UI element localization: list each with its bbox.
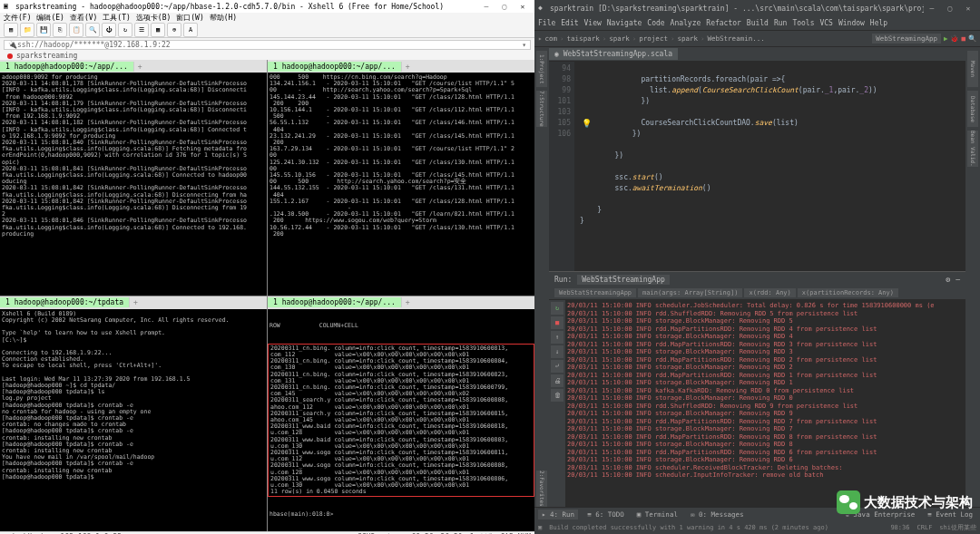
tab-session[interactable]: 1 hadoop@hadoop000:~/app/... <box>268 297 402 307</box>
stop-icon[interactable]: ■ <box>551 316 564 329</box>
terminal-output[interactable]: Xshell 6 (Build 0189) Copyright (c) 2002… <box>0 309 267 532</box>
font-icon[interactable]: A <box>183 23 198 37</box>
frame-tab[interactable]: WebStatStreamingApp <box>554 288 636 297</box>
search-all-icon[interactable]: 🔍 <box>968 34 976 43</box>
hbase-prompt[interactable]: hbase(main):018:0> <box>268 510 534 519</box>
frame-tab[interactable]: main(args: Array[String]) <box>638 288 742 297</box>
menu-run[interactable]: Run <box>774 19 787 27</box>
add-tab-icon[interactable]: + <box>134 63 146 71</box>
xshell-titlebar[interactable]: ▣ sparkstreaming - hadoop@hadoop000:~/ap… <box>0 0 534 13</box>
crumb-com[interactable]: com <box>545 34 558 43</box>
tab-session[interactable]: 1 hadoop@hadoop000:~/app/... <box>0 62 134 72</box>
menu-vcs[interactable]: VCS <box>819 19 832 27</box>
foot-messages[interactable]: ✉ 0: Messages <box>687 510 748 519</box>
open-icon[interactable]: 📁 <box>20 23 34 37</box>
menu-edit[interactable]: Edit <box>561 19 578 27</box>
down-icon[interactable]: ↓ <box>551 345 564 358</box>
menu-view[interactable]: View <box>584 19 602 27</box>
menu-view[interactable]: 查看(V) <box>70 13 97 23</box>
intention-bulb-icon[interactable]: 💡 <box>582 118 592 129</box>
status-charset[interactable]: shi使用某些 <box>939 523 976 532</box>
settings-icon[interactable]: ⚙ <box>946 276 950 284</box>
project-tool[interactable]: 1:Project <box>536 51 547 87</box>
status-icon[interactable]: ▣ <box>538 524 542 531</box>
menu-help[interactable]: 帮助(H) <box>210 13 237 23</box>
menu-window[interactable]: 窗口(W) <box>176 13 203 23</box>
copy-icon[interactable]: ⎘ <box>53 23 67 37</box>
menu-code[interactable]: Code <box>647 19 664 27</box>
hide-icon[interactable]: — <box>956 276 960 284</box>
stop-icon[interactable]: ■ <box>961 34 965 43</box>
bean-validation-tool[interactable]: Bean Valid. <box>967 131 978 167</box>
search-icon[interactable]: 🔍 <box>85 23 100 37</box>
menu-window[interactable]: Window <box>838 19 865 27</box>
debug-icon[interactable]: 🐞 <box>950 34 958 43</box>
print-icon[interactable]: 🖨 <box>551 374 564 387</box>
tab-session[interactable]: 1 hadoop@hadoop000:~/tpdata <box>0 297 130 307</box>
save-icon[interactable]: 💾 <box>36 23 51 37</box>
crumb-project[interactable]: project <box>639 34 668 43</box>
run-log[interactable]: 20/03/11 15:10:00 INFO scheduler.JobSche… <box>565 300 965 507</box>
editor-tab[interactable]: ◉ WebStatStreamingApp.scala <box>549 48 678 60</box>
add-tab-icon[interactable]: + <box>402 298 414 306</box>
foot-terminal[interactable]: ▣ Terminal <box>633 510 681 519</box>
hbase-header: ROW COLUMN+CELL <box>268 322 534 330</box>
add-tab-icon[interactable]: + <box>130 298 142 306</box>
close-button[interactable]: ✕ <box>960 2 976 15</box>
address-bar[interactable]: 🔌 ssh://hadoop/*******@192.168.1.9:22 ▾ <box>4 40 531 50</box>
favorites-tool[interactable]: 2:Favorites <box>536 471 547 507</box>
menu-tools[interactable]: Tools <box>792 19 814 27</box>
idea-titlebar[interactable]: ◆ sparktrain [D:\sparkstreaming\sparktra… <box>534 0 980 16</box>
new-icon[interactable]: ▤ <box>4 23 18 37</box>
menu-refactor[interactable]: Refactor <box>706 19 741 27</box>
minimize-button[interactable]: — <box>924 2 940 15</box>
status-pos[interactable]: 98:36 <box>890 524 909 531</box>
frame-tab[interactable]: x(partitionRecords: Any) <box>798 288 898 297</box>
menu-file[interactable]: 文件(F) <box>4 13 31 23</box>
terminal-output[interactable]: adoop000:9092 for producing 2020-03-11 1… <box>0 73 267 296</box>
disconnect-icon[interactable]: ⏻ <box>102 23 116 37</box>
database-tool[interactable]: Database <box>967 91 978 127</box>
menu-edit[interactable]: 编辑(E) <box>36 13 64 23</box>
structure-tool[interactable]: 7:Structure <box>536 91 547 127</box>
terminal-output[interactable]: ROW COLUMN+CELL 20200311_cn.bing. column… <box>268 309 534 532</box>
status-crlf[interactable]: CRLF <box>916 524 932 531</box>
paste-icon[interactable]: 📋 <box>69 23 83 37</box>
rerun-icon[interactable]: ↻ <box>551 302 564 315</box>
wrap-icon[interactable]: ⤶ <box>551 360 564 373</box>
up-icon[interactable]: ↑ <box>551 331 564 344</box>
code-editor[interactable]: 94 98 99 101 103 105 106 partitionRecord… <box>549 62 965 271</box>
close-button[interactable]: ✕ <box>514 0 531 13</box>
foot-todo[interactable]: ≡ 6: TODO <box>583 510 628 519</box>
menu-tabs[interactable]: 选项卡(B) <box>136 13 171 23</box>
menu-build[interactable]: Build <box>747 19 769 27</box>
crumb-taispark[interactable]: taispark <box>567 34 600 43</box>
terminal-output[interactable]: 000 500 https://cn.bing.com/search?q=Had… <box>268 73 534 296</box>
minimize-button[interactable]: — <box>478 0 495 13</box>
add-tab-icon[interactable]: + <box>402 63 414 71</box>
maximize-button[interactable]: ▢ <box>942 2 958 15</box>
run-icon[interactable]: ▶ <box>944 34 948 43</box>
crumb-spark2[interactable]: spark <box>677 34 698 43</box>
crumb-spark[interactable]: spark <box>609 34 630 43</box>
zoom-icon[interactable]: ⊕ <box>167 23 181 37</box>
maximize-button[interactable]: ▢ <box>496 0 513 13</box>
dropdown-icon[interactable]: ▾ <box>522 41 526 49</box>
menu-analyze[interactable]: Analyze <box>671 19 701 27</box>
clear-icon[interactable]: 🗑 <box>551 389 564 402</box>
tab-session[interactable]: 1 hadoop@hadoop000:~/app/... <box>268 62 402 72</box>
props-icon[interactable]: ☰ <box>134 23 149 37</box>
code-content[interactable]: partitionRecords.foreach(pair =>{ list.a… <box>574 62 965 271</box>
foot-run[interactable]: ▸ 4: Run <box>538 510 578 519</box>
layout-icon[interactable]: ▦ <box>151 23 165 37</box>
maven-tool[interactable]: Maven <box>967 51 978 87</box>
frame-tab[interactable]: x(rdd: Any) <box>744 288 795 297</box>
menu-navigate[interactable]: Navigate <box>607 19 642 27</box>
run-app[interactable]: WebStatStreamingApp <box>577 275 670 285</box>
menu-help[interactable]: Help <box>870 19 887 27</box>
reconnect-icon[interactable]: ↻ <box>118 23 132 37</box>
crumb-file[interactable]: WebStreamin... <box>708 34 765 43</box>
menu-tools[interactable]: 工具(T) <box>103 13 130 23</box>
run-config[interactable]: WebStreamingApp <box>872 34 941 44</box>
menu-file[interactable]: File <box>538 19 555 27</box>
